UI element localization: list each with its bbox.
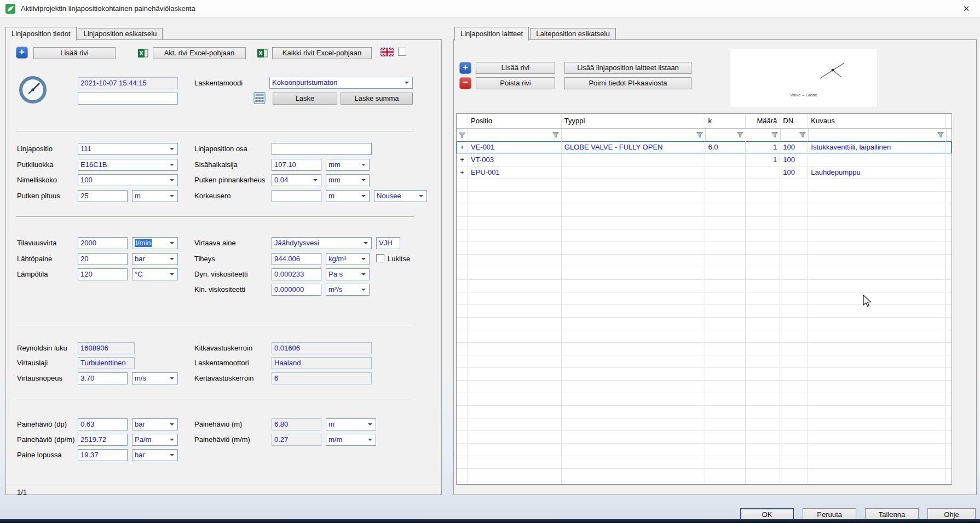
table-row-empty[interactable] (457, 481, 952, 485)
pinnankarheus-combo[interactable]: 0.04 (272, 174, 321, 186)
all-rows-to-excel-button[interactable]: Kaikki rivit Excel-pohjaan (272, 47, 372, 59)
lukitse-checkbox[interactable] (376, 254, 384, 262)
column-header-tyyppi[interactable]: Tyyppi (562, 114, 706, 128)
laskentamoodi-combo[interactable]: Kokoonpuristumaton (269, 77, 413, 89)
table-row-empty[interactable] (457, 393, 952, 406)
column-header-kuvaus[interactable]: Kuvaus (808, 114, 946, 128)
putken-pituus-field[interactable]: 25 (78, 190, 128, 202)
table-row-empty[interactable] (457, 267, 952, 280)
expand-toggle[interactable]: + (457, 154, 468, 166)
calculator-icon[interactable] (253, 92, 266, 104)
tilavuusvirta-field[interactable]: 2000 (78, 237, 128, 249)
virtausnopeus-unit-combo[interactable]: m/s (132, 372, 178, 384)
lampotila-field[interactable]: 120 (78, 268, 128, 280)
tilavuusvirta-unit-combo[interactable]: l/min (132, 237, 178, 249)
painehavio-dpm-unit-combo[interactable]: Pa/m (132, 434, 178, 446)
kin-viskositeetti-unit-combo[interactable]: m²/s (326, 284, 370, 296)
table-row-empty[interactable] (457, 431, 952, 444)
table-row-empty[interactable] (457, 469, 952, 481)
tiheys-field[interactable]: 944.006 (272, 253, 321, 265)
table-row[interactable]: + VT-003 1 100 (457, 154, 952, 166)
column-header-k[interactable]: k (705, 114, 746, 128)
column-header-positio[interactable]: Positio (468, 114, 562, 128)
table-row-empty[interactable] (457, 292, 952, 305)
virtauslaji-label: Virtauslaji (17, 359, 48, 367)
active-row-to-excel-button[interactable]: Akt. rivi Excel-pohjaan (153, 47, 246, 59)
table-row-empty[interactable] (457, 444, 952, 456)
painehavio-dp-unit-combo[interactable]: bar (132, 418, 178, 430)
table-row[interactable]: + EPU-001 100 Lauhdepumppu (457, 166, 952, 179)
putken-pituus-unit-combo[interactable]: m (132, 190, 178, 202)
laske-summa-button[interactable]: Laske summa (341, 93, 413, 105)
virtausnopeus-field[interactable]: 3.70 (78, 372, 128, 384)
dyn-viskositeetti-unit-combo[interactable]: Pa s (326, 268, 370, 280)
language-checkbox[interactable] (398, 48, 406, 56)
table-row-empty[interactable] (457, 229, 952, 242)
pick-from-pi-diagram-button[interactable]: Poimi tiedot PI-kaaviosta (564, 77, 691, 89)
table-row-empty[interactable] (457, 318, 952, 330)
add-device-row-icon[interactable]: + (459, 62, 471, 74)
table-row-empty[interactable] (457, 355, 952, 368)
table-row-empty[interactable] (457, 217, 952, 229)
timestamp-field-2[interactable] (78, 93, 178, 105)
tab-linjaposition-laitteet[interactable]: Linjaposition laitteet (454, 27, 529, 41)
table-row-empty[interactable] (457, 330, 952, 343)
column-header-expand[interactable] (457, 114, 468, 128)
kin-viskositeetti-field[interactable]: 0.000000 (272, 284, 321, 296)
expand-toggle[interactable]: + (457, 141, 468, 153)
virtausnopeus-label: Virtausnopeus (17, 374, 62, 382)
column-header-maara[interactable]: Määrä (746, 114, 780, 128)
tiheys-unit-combo[interactable]: kg/m³ (326, 253, 370, 265)
remove-device-row-button[interactable]: Poista rivi (476, 77, 555, 89)
table-row-empty[interactable] (457, 368, 952, 381)
laske-button[interactable]: Laske (273, 93, 337, 105)
table-row-empty[interactable] (457, 406, 952, 418)
dyn-viskositeetti-field[interactable]: 0.000233 (272, 268, 321, 280)
table-row-empty[interactable] (457, 192, 952, 204)
korkeusero-field[interactable] (272, 190, 321, 202)
uk-flag-icon[interactable] (381, 48, 394, 56)
separator (16, 216, 414, 217)
nimelliskoko-combo[interactable]: 100 (78, 174, 178, 186)
expand-toggle[interactable]: + (457, 166, 468, 179)
putkiluokka-combo[interactable]: E16C1B (78, 159, 178, 171)
sisahalkaisija-unit-combo[interactable]: mm (326, 159, 370, 171)
paine-lopussa-unit-combo[interactable]: bar (132, 449, 178, 461)
column-header-dn[interactable]: DN (780, 114, 808, 128)
pinnankarheus-unit-combo[interactable]: mm (326, 174, 370, 186)
painehavio-mm-unit-combo[interactable]: m/m (326, 434, 376, 446)
korkeusero-unit-combo[interactable]: m (326, 190, 370, 202)
linjaposition-osa-field[interactable] (272, 143, 372, 155)
linjapositio-combo[interactable]: 111 (78, 143, 178, 155)
table-row-empty[interactable] (457, 255, 952, 267)
tab-laiteposition-esikatselu[interactable]: Laiteposition esikatselu (530, 28, 615, 39)
table-row-empty[interactable] (457, 418, 952, 431)
virtaava-aine-combo[interactable]: Jäähdytysvesi (272, 237, 372, 249)
table-row-empty[interactable] (457, 280, 952, 292)
table-row-empty[interactable] (457, 179, 952, 192)
painehavio-dpm-field[interactable]: 2519.72 (78, 434, 128, 446)
painehavio-m-unit-combo[interactable]: m (326, 418, 376, 430)
table-row-empty[interactable] (457, 343, 952, 355)
add-row-icon[interactable]: + (16, 47, 28, 59)
close-icon[interactable]: ✕ (957, 2, 976, 15)
lahtopaine-unit-combo[interactable]: bar (132, 253, 178, 265)
paine-lopussa-field[interactable]: 19.37 (78, 449, 128, 461)
table-row-empty[interactable] (457, 381, 952, 393)
table-row[interactable]: + VE-001 GLOBE VALVE - FULLY OPEN 6.0 1 … (457, 141, 952, 154)
table-row-empty[interactable] (457, 242, 952, 255)
lampotila-unit-combo[interactable]: °C (132, 268, 178, 280)
painehavio-dp-field[interactable]: 0.63 (78, 418, 128, 430)
table-row-empty[interactable] (457, 305, 952, 318)
tab-linjaposition-tiedot[interactable]: Linjaposition tiedot (5, 27, 77, 41)
add-row-button[interactable]: Lisää rivi (33, 47, 116, 59)
remove-device-row-icon[interactable]: − (459, 77, 471, 89)
add-device-row-button[interactable]: Lisää rivi (476, 62, 555, 74)
korkeusero-direction-combo[interactable]: Nousee (374, 190, 427, 202)
add-devices-to-list-button[interactable]: Lisää linjaposition laitteet listaan (564, 62, 691, 74)
lahtopaine-field[interactable]: 20 (78, 253, 128, 265)
table-row-empty[interactable] (457, 456, 952, 469)
tab-linjaposition-esikatselu[interactable]: Linjaposition esikatselu (78, 28, 163, 39)
table-row-empty[interactable] (457, 204, 952, 217)
sisahalkaisija-field[interactable]: 107.10 (272, 159, 321, 171)
